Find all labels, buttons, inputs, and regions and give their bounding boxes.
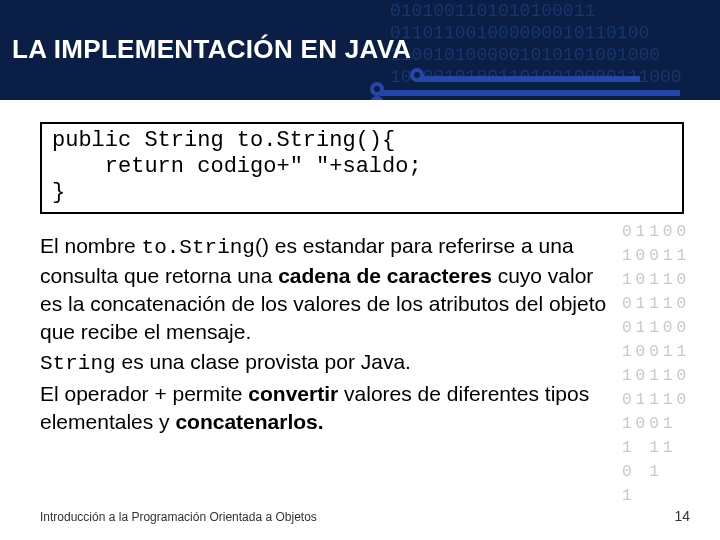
text: El nombre: [40, 234, 142, 257]
bold-concatenarlos: concatenarlos.: [175, 410, 323, 433]
paragraph-3: El operador + permite convertir valores …: [40, 380, 620, 436]
code-block: public String to.String(){ return codigo…: [40, 122, 684, 214]
bold-convertir: convertir: [248, 382, 338, 405]
side-binary-pattern: 01100 10011 10110 01110 01100 10011 1011…: [622, 220, 712, 508]
slide: 0101001101010100011 01101100100000001011…: [0, 0, 720, 540]
text: El operador + permite: [40, 382, 248, 405]
inline-code-tostring: to.String: [142, 236, 255, 259]
paragraph-2: String es una clase provista por Java.: [40, 348, 620, 378]
bold-cadena: cadena de caracteres: [278, 264, 492, 287]
slide-header: 0101001101010100011 01101100100000001011…: [0, 0, 720, 100]
inline-code-string: String: [40, 352, 116, 375]
text: es una clase provista por Java.: [116, 350, 411, 373]
page-title: LA IMPLEMENTACIÓN EN JAVA: [12, 34, 411, 65]
circuit-decoration: [380, 60, 720, 100]
page-number: 14: [674, 508, 690, 524]
paragraph-1: El nombre to.String() es estandar para r…: [40, 232, 620, 346]
slide-body: public String to.String(){ return codigo…: [0, 100, 720, 436]
footer-text: Introducción a la Programación Orientada…: [40, 510, 317, 524]
explanation-text: El nombre to.String() es estandar para r…: [40, 232, 620, 436]
